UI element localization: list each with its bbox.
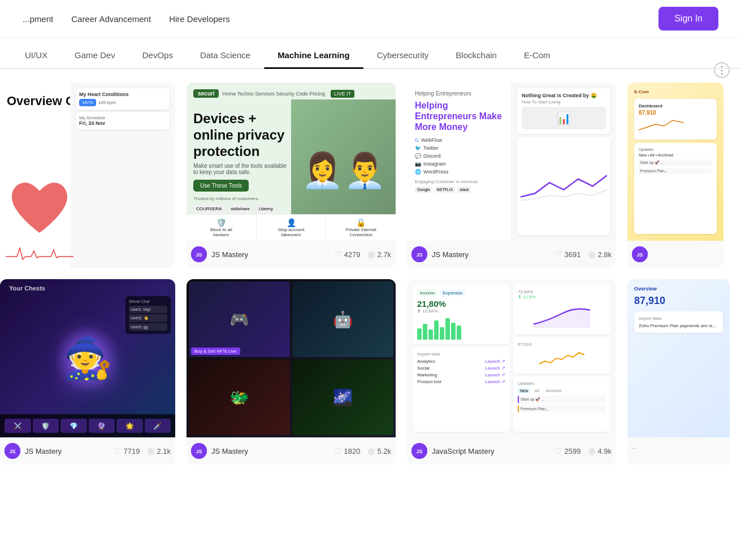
card-row-1: Overview Conditions My Heart Conditions …	[0, 69, 741, 279]
card-stats-game: ♡7719 ◎2.1k	[114, 446, 171, 455]
header-nav: ...pment Career Advancement Hire Develop…	[23, 14, 230, 24]
card-stats-security: ♡4279 ◎2.7k	[335, 250, 392, 259]
svg-text:JS: JS	[416, 252, 422, 258]
card-health[interactable]: Overview Conditions My Heart Conditions …	[0, 83, 175, 268]
svg-text:JS: JS	[9, 449, 15, 454]
author-name-landing: JS Mastery	[432, 250, 551, 259]
tab-data-science[interactable]: Data Science	[187, 42, 264, 68]
nft-cell-4: 🌌	[292, 359, 393, 435]
author-name-security: JS Mastery	[211, 250, 330, 259]
views-stat-nft: ◎5.2k	[368, 446, 391, 455]
nav-item-hire[interactable]: Hire Developers	[169, 14, 230, 24]
author-name-dashboard: JavaScript Mastery	[432, 447, 551, 455]
card-nft[interactable]: 🎮 Buy & Sell NFTs Live 🤖 🐲 🌌 JS JS Maste…	[187, 279, 396, 465]
author-avatar-dashboard: JS	[411, 443, 427, 459]
author-name-game: JS Mastery	[25, 447, 110, 455]
card-image-dashboard: Income Expenses 21,80% ⬆ 10,84%	[407, 279, 616, 437]
nft-cell-3: 🐲	[189, 359, 290, 435]
views-stat-security: ◎2.7k	[368, 250, 391, 259]
author-avatar-game: JS	[5, 443, 20, 459]
card-stats-dashboard: ♡2599 ◎4.9k	[555, 446, 612, 455]
author-avatar-extra: JS	[632, 246, 648, 262]
views-stat-landing: ◎2.8k	[588, 250, 612, 259]
header: ...pment Career Advancement Hire Develop…	[0, 0, 741, 38]
heart-icon-4: ♡	[114, 446, 122, 455]
tab-ui-ux[interactable]: UI/UX	[11, 42, 61, 68]
card-footer-partial: ...	[627, 437, 730, 455]
tab-machine-learning[interactable]: Machine Learning	[264, 42, 363, 68]
author-name-nft: JS Mastery	[211, 447, 330, 455]
nav-item-career[interactable]: Career Advancement	[71, 14, 151, 24]
svg-text:JS: JS	[196, 449, 202, 454]
author-avatar-security: JS	[191, 246, 207, 262]
card-landing[interactable]: Helping Entrepreneurs Helping Entreprene…	[407, 83, 616, 268]
card-image-extra: E-Com Dashboard 87,910 Updates New • All…	[627, 83, 723, 241]
eye-icon-3: ◎	[588, 250, 595, 259]
tab-e-com[interactable]: E-Com	[510, 42, 564, 68]
game-creature: 🧙	[63, 335, 112, 381]
likes-stat-dashboard: ♡2599	[555, 446, 581, 455]
sign-in-button[interactable]: Sign In	[658, 7, 718, 31]
card-stats-landing: ♡3691 ◎2.8k	[555, 250, 612, 259]
heart-icon-3: ♡	[555, 250, 562, 259]
heart-icon-6: ♡	[555, 446, 562, 455]
heart-icon-5: ♡	[335, 446, 342, 455]
likes-stat-security: ♡4279	[335, 250, 361, 259]
card-footer-game: JS JS Mastery ♡7719 ◎2.1k	[0, 437, 175, 465]
card-footer-landing: JS JS Mastery ♡3691 ◎2.8k	[407, 241, 616, 268]
card-row-2: Your Chests 🧙 ⚔️ 🛡️ 💎 🔮 🌟 🗡️ Whole Chat …	[0, 279, 741, 476]
security-title: Devices + online privacy protection	[193, 111, 288, 159]
nft-label-1: Buy & Sell NFTs Live	[191, 348, 240, 355]
category-tabs: UI/UX Game Dev DevOps Data Science Machi…	[0, 42, 741, 69]
card-footer-extra: JS	[627, 241, 723, 268]
card-security[interactable]: securi Home Techno Services Security Cod…	[187, 83, 396, 268]
card-image-game: Your Chests 🧙 ⚔️ 🛡️ 💎 🔮 🌟 🗡️ Whole Chat …	[0, 279, 175, 437]
tab-cybersecurity[interactable]: Cybersecurity	[363, 42, 443, 68]
card-image-partial-r2: Overview 87,910 Import data Zoho Premium…	[627, 279, 730, 437]
likes-stat-game: ♡7719	[114, 446, 140, 455]
card-image-health: Overview Conditions My Heart Conditions …	[0, 83, 175, 268]
views-stat-game: ◎2.1k	[148, 446, 171, 455]
nav-item-development[interactable]: ...pment	[23, 14, 53, 24]
card-stats-nft: ♡1820 ◎5.2k	[335, 446, 392, 455]
card-image-security: securi Home Techno Services Security Cod…	[187, 83, 396, 241]
likes-stat-nft: ♡1820	[335, 446, 361, 455]
likes-stat-landing: ♡3691	[555, 250, 581, 259]
eye-icon-6: ◎	[588, 446, 595, 455]
card-footer-security: JS JS Mastery ♡4279 ◎2.7k	[187, 241, 396, 268]
card-dashboard[interactable]: Income Expenses 21,80% ⬆ 10,84%	[407, 279, 616, 465]
author-avatar-nft: JS	[191, 443, 207, 459]
eye-icon-2: ◎	[368, 250, 375, 259]
card-extra-right[interactable]: E-Com Dashboard 87,910 Updates New • All…	[627, 83, 723, 268]
svg-text:JS: JS	[416, 449, 422, 454]
svg-text:JS: JS	[636, 252, 643, 258]
tab-devops[interactable]: DevOps	[129, 42, 187, 68]
author-avatar-landing: JS	[411, 246, 427, 262]
nft-cell-1: 🎮 Buy & Sell NFTs Live	[189, 281, 290, 357]
card-image-nft: 🎮 Buy & Sell NFTs Live 🤖 🐲 🌌	[187, 279, 396, 437]
card-image-landing: Helping Entrepreneurs Helping Entreprene…	[407, 83, 616, 241]
heart-icon-2: ♡	[335, 250, 342, 259]
tab-blockchain[interactable]: Blockchain	[442, 42, 510, 68]
card-footer-nft: JS JS Mastery ♡1820 ◎5.2k	[187, 437, 396, 465]
views-stat-dashboard: ◎4.9k	[588, 446, 612, 455]
game-title: Your Chests	[9, 285, 45, 292]
card-footer-dashboard: JS JavaScript Mastery ♡2599 ◎4.9k	[407, 437, 616, 465]
card-game[interactable]: Your Chests 🧙 ⚔️ 🛡️ 💎 🔮 🌟 🗡️ Whole Chat …	[0, 279, 175, 465]
eye-icon-4: ◎	[148, 446, 154, 455]
tab-game-dev[interactable]: Game Dev	[61, 42, 129, 68]
nft-cell-2: 🤖	[292, 281, 393, 357]
svg-text:JS: JS	[196, 252, 202, 258]
eye-icon-5: ◎	[368, 446, 375, 455]
card-partial-right-2[interactable]: Overview 87,910 Import data Zoho Premium…	[627, 279, 730, 465]
